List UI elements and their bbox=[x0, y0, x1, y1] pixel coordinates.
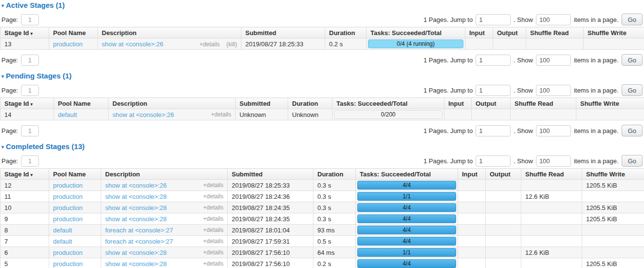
details-toggle[interactable]: +details bbox=[203, 215, 223, 222]
pool-name-cell: production bbox=[49, 213, 101, 225]
pagination-bar: Page: 1 Pages. Jump to . Show items in a… bbox=[1, 84, 643, 96]
page-number-input[interactable] bbox=[21, 125, 39, 136]
jump-to-input[interactable] bbox=[476, 55, 511, 66]
column-header-tasks[interactable]: Tasks: Succeeded/Total bbox=[367, 27, 465, 38]
details-toggle[interactable]: +details bbox=[203, 182, 223, 189]
pool-name-link[interactable]: production bbox=[53, 182, 83, 189]
stage-description-link[interactable]: foreach at <console>:27 bbox=[105, 227, 173, 234]
jump-to-input[interactable] bbox=[476, 14, 511, 25]
page-number-input[interactable] bbox=[21, 55, 39, 66]
details-toggle[interactable]: +details bbox=[203, 204, 223, 211]
section-header-active-stages[interactable]: ▾Active Stages (1) bbox=[1, 1, 644, 9]
column-header-stage-id[interactable]: Stage Id▾ bbox=[0, 27, 49, 38]
pool-name-link[interactable]: production bbox=[53, 40, 83, 48]
column-header-description[interactable]: Description bbox=[109, 98, 236, 109]
column-header-shuffle-read[interactable]: Shuffle Read bbox=[526, 27, 584, 38]
stage-description-link[interactable]: show at <console>:28 bbox=[105, 204, 166, 211]
go-button[interactable]: Go bbox=[622, 155, 643, 167]
jump-to-input[interactable] bbox=[476, 155, 511, 167]
details-toggle[interactable]: +details bbox=[203, 227, 223, 233]
column-header-pool-name[interactable]: Pool Name bbox=[49, 169, 101, 180]
stage-id-cell: 6 bbox=[0, 247, 49, 258]
column-header-stage-id[interactable]: Stage Id▾ bbox=[0, 169, 49, 180]
column-header-shuffle-read[interactable]: Shuffle Read bbox=[511, 98, 576, 109]
pool-name-link[interactable]: production bbox=[53, 260, 83, 268]
column-header-description[interactable]: Description bbox=[98, 27, 241, 38]
pool-name-link[interactable]: production bbox=[53, 215, 83, 223]
kill-link[interactable]: (kill) bbox=[226, 41, 237, 48]
task-progress-bar: 1/1 bbox=[357, 248, 456, 257]
details-toggle[interactable]: +details bbox=[211, 111, 231, 118]
go-button[interactable]: Go bbox=[622, 84, 643, 96]
jump-to-input[interactable] bbox=[476, 125, 511, 136]
column-header-pool-name[interactable]: Pool Name bbox=[54, 98, 109, 109]
show-count-input[interactable] bbox=[536, 55, 571, 66]
column-header-stage-id[interactable]: Stage Id▾ bbox=[0, 98, 54, 109]
column-header-duration[interactable]: Duration bbox=[325, 27, 367, 38]
details-toggle[interactable]: +details bbox=[203, 238, 223, 245]
page-number-input[interactable] bbox=[21, 85, 39, 96]
column-header-tasks[interactable]: Tasks: Succeeded/Total bbox=[356, 169, 458, 180]
stage-description-link[interactable]: show at <console>:26 bbox=[112, 111, 174, 118]
column-header-submitted[interactable]: Submitted bbox=[241, 27, 325, 38]
show-count-input[interactable] bbox=[536, 125, 571, 136]
section-header-completed-stages[interactable]: ▾Completed Stages (13) bbox=[1, 143, 644, 151]
details-toggle[interactable]: +details bbox=[200, 41, 220, 48]
show-count-input[interactable] bbox=[536, 14, 571, 25]
collapse-arrow-icon: ▾ bbox=[1, 74, 4, 79]
go-button[interactable]: Go bbox=[622, 14, 643, 25]
details-toggle[interactable]: +details bbox=[203, 249, 223, 256]
stage-description-link[interactable]: show at <console>:28 bbox=[105, 249, 166, 256]
shuffle-write-cell: 1205.5 KiB bbox=[582, 180, 644, 191]
pool-name-link[interactable]: default bbox=[53, 238, 72, 245]
column-header-duration[interactable]: Duration bbox=[288, 98, 332, 109]
shuffle-write-cell bbox=[584, 38, 644, 50]
stage-description-link[interactable]: foreach at <console>:27 bbox=[105, 238, 173, 245]
description-cell: show at <console>:26 +details bbox=[109, 109, 236, 120]
column-header-input[interactable]: Input bbox=[444, 98, 472, 109]
shuffle-read-cell bbox=[521, 180, 582, 191]
stage-description-link[interactable]: show at <console>:26 bbox=[102, 40, 163, 48]
pool-name-link[interactable]: production bbox=[53, 249, 83, 256]
column-header-submitted[interactable]: Submitted bbox=[228, 169, 313, 180]
items-per-page-text: items in a page. bbox=[574, 87, 619, 94]
shuffle-read-cell bbox=[521, 202, 582, 213]
go-button[interactable]: Go bbox=[622, 54, 643, 66]
column-header-submitted[interactable]: Submitted bbox=[236, 98, 288, 109]
show-label: . Show bbox=[514, 127, 533, 134]
stage-description-link[interactable]: show at <console>:28 bbox=[105, 215, 166, 223]
pool-name-link[interactable]: default bbox=[58, 111, 77, 118]
show-count-input[interactable] bbox=[536, 85, 571, 96]
pool-name-link[interactable]: production bbox=[53, 204, 83, 211]
page-number-input[interactable] bbox=[21, 14, 39, 25]
sort-desc-icon: ▾ bbox=[31, 31, 33, 36]
go-button[interactable]: Go bbox=[622, 125, 643, 136]
stage-description-link[interactable]: show at <console>:28 bbox=[105, 260, 166, 268]
column-header-shuffle-write[interactable]: Shuffle Write bbox=[582, 169, 644, 180]
column-header-shuffle-write[interactable]: Shuffle Write bbox=[584, 27, 644, 38]
pool-name-link[interactable]: production bbox=[53, 193, 83, 200]
jump-to-input[interactable] bbox=[476, 85, 511, 96]
section-header-pending-stages[interactable]: ▾Pending Stages (1) bbox=[1, 72, 644, 80]
shuffle-read-cell bbox=[521, 225, 582, 236]
column-label: Stage Id bbox=[4, 100, 29, 107]
stage-description-link[interactable]: show at <console>:28 bbox=[105, 193, 166, 200]
show-count-input[interactable] bbox=[536, 155, 571, 167]
column-header-shuffle-read[interactable]: Shuffle Read bbox=[521, 169, 582, 180]
table-row: 9 production show at <console>:28+detail… bbox=[0, 213, 644, 225]
column-header-output[interactable]: Output bbox=[493, 27, 526, 38]
column-header-pool-name[interactable]: Pool Name bbox=[49, 27, 98, 38]
column-header-duration[interactable]: Duration bbox=[313, 169, 356, 180]
page-number-input[interactable] bbox=[21, 155, 39, 167]
stage-description-link[interactable]: show at <console>:26 bbox=[105, 182, 166, 189]
column-header-output[interactable]: Output bbox=[472, 98, 511, 109]
column-header-description[interactable]: Description bbox=[101, 169, 228, 180]
column-header-tasks[interactable]: Tasks: Succeeded/Total bbox=[332, 98, 444, 109]
pool-name-link[interactable]: default bbox=[53, 227, 72, 234]
column-header-shuffle-write[interactable]: Shuffle Write bbox=[576, 98, 644, 109]
column-header-output[interactable]: Output bbox=[486, 169, 521, 180]
details-toggle[interactable]: +details bbox=[203, 193, 223, 200]
column-header-input[interactable]: Input bbox=[458, 169, 486, 180]
column-header-input[interactable]: Input bbox=[465, 27, 493, 38]
details-toggle[interactable]: +details bbox=[203, 260, 223, 267]
